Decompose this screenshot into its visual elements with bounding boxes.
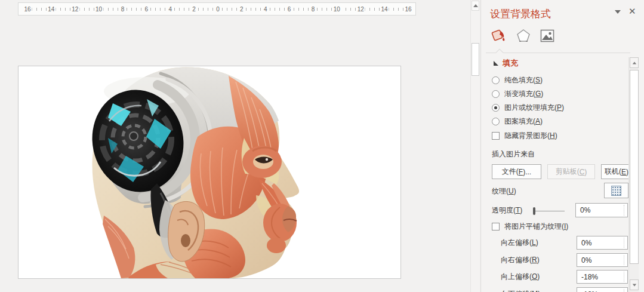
offset-label: 向右偏移(R) bbox=[501, 256, 540, 264]
ruler-number: 12 bbox=[356, 5, 365, 13]
ruler-number: 6 bbox=[286, 5, 292, 13]
scroll-up-arrow-icon bbox=[473, 4, 478, 7]
radio-label: 渐变填充(G) bbox=[504, 90, 543, 98]
slide-background-image bbox=[19, 66, 400, 278]
pane-close-icon[interactable]: ✕ bbox=[628, 6, 636, 17]
radio-label: 纯色填充(S) bbox=[504, 76, 543, 84]
editor-vertical-scrollbar[interactable] bbox=[470, 0, 479, 292]
pane-scrollbar[interactable] bbox=[628, 57, 639, 292]
tab-fill[interactable] bbox=[491, 27, 507, 44]
fill-option-row[interactable]: 图案填充(A) bbox=[492, 116, 543, 126]
insert-picture-button[interactable]: 剪贴板(C) bbox=[547, 164, 595, 179]
picture-icon bbox=[539, 27, 556, 44]
tab-picture[interactable] bbox=[539, 27, 556, 44]
ruler-number: 10 bbox=[94, 5, 103, 13]
editor-scrollbar-thumb[interactable] bbox=[472, 43, 479, 76]
ruler-number: 0 bbox=[215, 5, 221, 13]
ruler-number: 2 bbox=[191, 5, 197, 13]
tile-texture-row[interactable]: 将图片平铺为纹理(I) bbox=[492, 222, 568, 231]
offset-value-input[interactable]: 0% bbox=[577, 253, 628, 267]
ruler-number: 16 bbox=[23, 5, 32, 13]
ruler-number: 14 bbox=[47, 5, 56, 13]
pane-tabs bbox=[481, 27, 644, 47]
ruler-number: 8 bbox=[310, 5, 316, 13]
format-background-pane: 设置背景格式 ✕ bbox=[480, 0, 644, 292]
fill-section-label: 填充 bbox=[503, 58, 518, 69]
radio-label: 图案填充(A) bbox=[504, 117, 543, 125]
pane-scroll-up-button[interactable] bbox=[630, 57, 639, 68]
ruler-number: 12 bbox=[70, 5, 79, 13]
offset-value-input[interactable]: 0% bbox=[577, 236, 628, 250]
fill-option-row[interactable]: 渐变填充(G) bbox=[492, 89, 543, 99]
transparency-slider-thumb[interactable] bbox=[533, 207, 535, 215]
ruler-number: 4 bbox=[263, 5, 269, 13]
transparency-slider-track[interactable] bbox=[535, 211, 565, 211]
pane-scrollbar-thumb[interactable] bbox=[630, 70, 639, 264]
collapse-triangle-icon bbox=[494, 61, 498, 66]
transparency-value-input[interactable]: 0% bbox=[575, 203, 628, 217]
radio-button[interactable] bbox=[492, 76, 500, 84]
tab-effects[interactable] bbox=[515, 27, 532, 44]
scroll-up-arrow-icon bbox=[632, 62, 636, 64]
pane-scroll-down-button[interactable] bbox=[630, 279, 639, 290]
ruler-number: 4 bbox=[167, 5, 173, 13]
effects-pentagon-icon bbox=[515, 27, 532, 44]
hide-background-row[interactable]: 隐藏背景图形(H) bbox=[492, 131, 557, 140]
texture-dropdown-button[interactable] bbox=[604, 183, 628, 198]
ruler-number: 16 bbox=[403, 5, 412, 13]
ruler-number: 10 bbox=[332, 5, 341, 13]
texture-label: 纹理(U) bbox=[492, 187, 516, 195]
ruler-number: 8 bbox=[120, 5, 126, 13]
offset-value-input[interactable]: -18% bbox=[577, 287, 628, 292]
offset-label: 向上偏移(O) bbox=[501, 272, 540, 281]
transparency-label: 透明度(T) bbox=[492, 206, 522, 214]
offset-label: 向下偏移(M) bbox=[501, 290, 540, 292]
pane-menu-dropdown-icon[interactable] bbox=[615, 10, 621, 14]
insert-picture-button[interactable]: 文件(F)... bbox=[492, 164, 541, 179]
tile-texture-label: 将图片平铺为纹理(I) bbox=[504, 222, 568, 230]
radio-button[interactable] bbox=[492, 118, 500, 125]
insert-from-label: 插入图片来自 bbox=[492, 150, 535, 158]
fill-option-row[interactable]: 图片或纹理填充(P) bbox=[492, 103, 564, 112]
tabs-separator bbox=[486, 53, 630, 53]
active-tab-notch bbox=[494, 48, 504, 53]
fill-bucket-icon bbox=[491, 27, 507, 44]
ruler-number: 2 bbox=[239, 5, 245, 13]
offset-label: 向左偏移(L) bbox=[501, 238, 538, 247]
ruler-number: 14 bbox=[380, 5, 389, 13]
radio-button[interactable] bbox=[492, 90, 500, 98]
scroll-down-arrow-icon bbox=[632, 284, 636, 286]
pane-title: 设置背景格式 bbox=[490, 7, 551, 21]
ruler-number: 6 bbox=[144, 5, 150, 13]
texture-thumbnail-icon bbox=[611, 186, 621, 196]
fill-option-row[interactable]: 纯色填充(S) bbox=[492, 75, 543, 85]
radio-button[interactable] bbox=[492, 104, 500, 112]
offset-value-input[interactable]: -18% bbox=[577, 270, 628, 284]
tile-texture-checkbox[interactable] bbox=[492, 223, 500, 230]
fill-section-header[interactable]: 填充 bbox=[494, 58, 518, 69]
hide-background-checkbox[interactable] bbox=[492, 132, 500, 140]
hide-background-label: 隐藏背景图形(H) bbox=[504, 131, 557, 140]
powerpoint-window: 1614121086420246810121416 bbox=[0, 0, 644, 292]
radio-label: 图片或纹理填充(P) bbox=[504, 103, 564, 112]
editor-scroll-up-button[interactable] bbox=[472, 1, 479, 11]
slide-canvas[interactable] bbox=[18, 66, 401, 279]
horizontal-ruler: 1614121086420246810121416 bbox=[18, 2, 416, 16]
